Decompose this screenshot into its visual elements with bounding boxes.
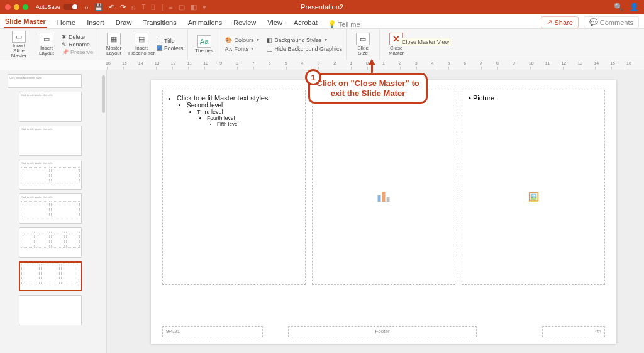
- insert-slide-master-button[interactable]: ▭ Insert Slide Master: [6, 31, 31, 58]
- thumbnail-panel[interactable]: Click to edit Master title style Click t…: [0, 70, 107, 353]
- layout-thumbnail-selected[interactable]: [19, 261, 82, 291]
- bulb-icon: 💡: [328, 20, 336, 28]
- layout-thumbnail[interactable]: [19, 227, 82, 258]
- footers-checkbox[interactable]: ✓Footers: [157, 45, 184, 52]
- title-bar: AutoSave ⌂ 💾 ↶ ↷ ⎌ T ⌷ | ≡ ▢ ◧ ▾ Present…: [0, 0, 644, 14]
- slide-master-icon: ▭: [12, 31, 26, 43]
- slide-size-icon: ▭: [356, 33, 370, 45]
- colours-icon: 🎨: [225, 37, 232, 43]
- ribbon-tabs: Slide Master Home Insert Draw Transition…: [0, 14, 644, 29]
- layout-icon: ▭: [40, 33, 53, 45]
- window-controls: [0, 4, 28, 10]
- qat-icon[interactable]: ◧: [191, 3, 197, 11]
- hide-bg-checkbox[interactable]: Hide Background Graphics: [267, 46, 343, 52]
- tab-animations[interactable]: Animations: [187, 16, 223, 28]
- scrollbar[interactable]: [102, 75, 105, 113]
- tab-acrobat[interactable]: Acrobat: [292, 16, 319, 28]
- tab-review[interactable]: Review: [232, 16, 257, 28]
- tell-me-search[interactable]: 💡 Tell me: [328, 20, 360, 28]
- bullet-l5: Fifth level: [217, 121, 300, 127]
- insert-layout-button[interactable]: ▭ Insert Layout: [34, 31, 59, 58]
- horizontal-ruler: 1615141312111098765432101234567891011121…: [107, 60, 644, 70]
- layout-thumbnail[interactable]: Click to edit Master title style: [19, 92, 82, 122]
- layout-thumbnail[interactable]: Click to edit Master title style: [19, 193, 82, 224]
- chart-icon: [378, 192, 390, 202]
- qat-icon[interactable]: T: [142, 3, 146, 11]
- bullet-l4: Fourth level: [207, 115, 300, 121]
- close-master-tooltip: Close Master View: [399, 38, 452, 46]
- master-thumbnail[interactable]: Click to edit Master title style: [8, 74, 82, 88]
- share-button[interactable]: ↗Share: [541, 16, 578, 28]
- rename-button[interactable]: ✎Rename: [62, 41, 93, 48]
- delete-icon: ✖: [62, 34, 67, 40]
- save-icon[interactable]: 💾: [94, 3, 103, 11]
- share-icon: ↗: [547, 18, 552, 26]
- master-layout-button[interactable]: ▦ Master Layout: [101, 31, 126, 58]
- rename-icon: ✎: [62, 41, 67, 48]
- home-icon[interactable]: ⌂: [84, 3, 89, 11]
- qat-icon[interactable]: ≡: [169, 3, 172, 11]
- picture-icon: 🖼️: [528, 192, 539, 202]
- document-title: Presentation2: [301, 3, 343, 11]
- qat-icon[interactable]: ▾: [203, 3, 206, 11]
- date-placeholder[interactable]: 9/4/21: [162, 326, 263, 337]
- comment-icon: 💬: [589, 18, 598, 26]
- bullet-l1: Click to edit Master text styles: [177, 94, 300, 102]
- ribbon: ▭ Insert Slide Master ▭ Insert Layout ✖D…: [0, 29, 644, 60]
- colours-dropdown[interactable]: 🎨Colours▾: [225, 37, 259, 43]
- slide-canvas[interactable]: Click to edit Master text styles Second …: [107, 70, 644, 353]
- tab-home[interactable]: Home: [56, 16, 77, 28]
- slide-number-placeholder[interactable]: ‹#›: [542, 326, 605, 337]
- comments-button[interactable]: 💬Comments: [584, 16, 639, 28]
- annotation-callout: Click on "Close Master" to exit the Slid…: [308, 73, 428, 104]
- preserve-icon: 📌: [62, 49, 69, 55]
- chart-placeholder[interactable]: • Chart: [312, 90, 455, 285]
- title-checkbox[interactable]: Title: [157, 37, 184, 45]
- qat-icon[interactable]: ▢: [179, 3, 185, 11]
- footer-placeholder[interactable]: Footer: [288, 326, 477, 337]
- annotation-step-number: 1: [305, 69, 321, 85]
- search-icon[interactable]: 🔍: [614, 3, 623, 11]
- insert-placeholder-button[interactable]: ▤ Insert Placeholder: [129, 31, 154, 58]
- delete-button[interactable]: ✖Delete: [62, 33, 93, 41]
- slide-size-button[interactable]: ▭ Slide Size: [350, 31, 375, 58]
- tab-draw[interactable]: Draw: [114, 16, 133, 28]
- content-placeholder[interactable]: Click to edit Master text styles Second …: [162, 90, 306, 285]
- themes-button[interactable]: Aa Themes: [192, 31, 217, 58]
- qat-icon[interactable]: |: [161, 3, 163, 11]
- qat-icon[interactable]: ⌷: [151, 3, 155, 11]
- bullet-l3: Third level: [197, 109, 300, 115]
- tab-insert[interactable]: Insert: [86, 16, 106, 28]
- bullet-l2: Second level: [187, 102, 300, 109]
- placeholder-icon: ▤: [135, 33, 148, 45]
- undo-icon[interactable]: ↶: [109, 3, 114, 11]
- autosave-toggle[interactable]: AutoSave: [36, 4, 78, 10]
- slide: Click to edit Master text styles Second …: [151, 80, 616, 344]
- account-icon[interactable]: 👤: [630, 3, 639, 11]
- layout-thumbnail[interactable]: [19, 295, 82, 325]
- minimize-window-icon[interactable]: [14, 4, 19, 10]
- redo-icon[interactable]: ↷: [120, 3, 126, 11]
- background-styles-dropdown[interactable]: ◧Background Styles▾: [267, 37, 343, 43]
- workspace: Click to edit Master title style Click t…: [0, 70, 644, 353]
- autosave-label: AutoSave: [36, 4, 60, 10]
- bg-styles-icon: ◧: [267, 37, 272, 43]
- layout-thumbnail[interactable]: Click to edit Master title style: [19, 126, 82, 156]
- close-window-icon[interactable]: [5, 4, 11, 10]
- layout-thumbnail[interactable]: Click to edit Master title style: [19, 160, 82, 190]
- tab-view[interactable]: View: [266, 16, 284, 28]
- fonts-icon: Aᴀ: [225, 46, 232, 52]
- preserve-button[interactable]: 📌Preserve: [62, 48, 93, 56]
- tab-slide-master[interactable]: Slide Master: [4, 15, 47, 28]
- tab-transitions[interactable]: Transitions: [142, 16, 177, 28]
- fonts-dropdown[interactable]: AᴀFonts▾: [225, 46, 259, 52]
- quick-access-toolbar: ⌂ 💾 ↶ ↷ ⎌ T ⌷ | ≡ ▢ ◧ ▾: [84, 3, 206, 11]
- qat-icon[interactable]: ⎌: [131, 3, 136, 11]
- maximize-window-icon[interactable]: [23, 4, 28, 10]
- themes-icon: Aa: [197, 35, 211, 48]
- master-layout-icon: ▦: [107, 33, 121, 45]
- picture-placeholder[interactable]: • Picture 🖼️: [462, 90, 605, 285]
